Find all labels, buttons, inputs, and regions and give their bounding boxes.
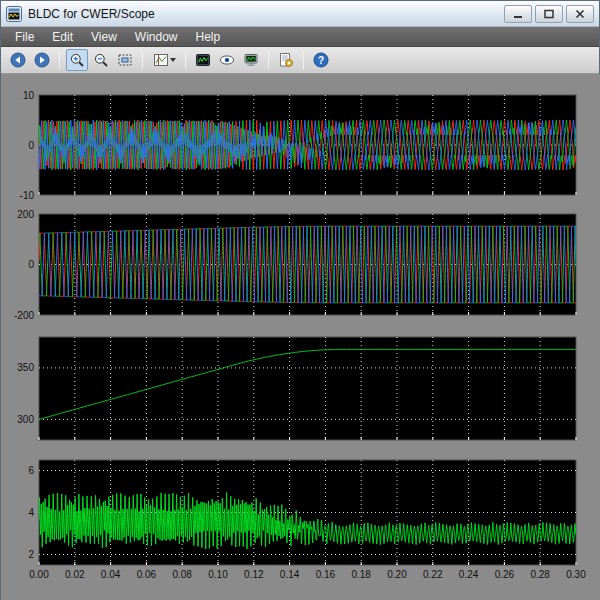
svg-text:?: ? (318, 55, 324, 66)
maximize-button[interactable] (535, 5, 563, 23)
menu-file[interactable]: File (6, 28, 43, 46)
monitor-icon (243, 52, 259, 68)
ytick-label: 6 (28, 465, 34, 476)
close-icon (575, 9, 585, 19)
floating-display-button[interactable] (240, 49, 262, 71)
toolbar-separator (142, 51, 143, 69)
toolbar-separator (268, 51, 269, 69)
scope-snapshot-icon (195, 52, 211, 68)
xtick-label: 0.30 (566, 569, 586, 580)
toolbar-separator (59, 51, 60, 69)
window-title: BLDC for CWER/Scope (28, 7, 155, 21)
zoom-out-icon (93, 52, 109, 68)
menu-edit[interactable]: Edit (43, 28, 82, 46)
menubar: File Edit View Window Help (1, 27, 599, 47)
menu-help[interactable]: Help (187, 28, 230, 46)
zoom-in-button[interactable] (66, 49, 88, 71)
xtick-label: 0.28 (530, 569, 550, 580)
fit-to-view-icon (117, 52, 133, 68)
xtick-label: 0.04 (101, 569, 121, 580)
xtick-label: 0.02 (65, 569, 85, 580)
help-button[interactable]: ? (310, 49, 332, 71)
close-button[interactable] (566, 5, 594, 23)
back-icon (10, 52, 26, 68)
plot-phase-voltages[interactable]: 2000-200 (14, 209, 576, 321)
window-controls (504, 5, 594, 23)
ytick-label: 10 (23, 90, 35, 101)
properties-button[interactable] (275, 49, 297, 71)
help-icon: ? (313, 52, 329, 68)
xtick-label: 0.16 (316, 569, 336, 580)
zoom-out-button[interactable] (90, 49, 112, 71)
properties-icon (278, 52, 294, 68)
xtick-label: 0.14 (280, 569, 300, 580)
ytick-label: 2 (28, 549, 34, 560)
maximize-icon (544, 9, 554, 19)
eye-icon (219, 52, 235, 68)
xtick-label: 0.26 (495, 569, 515, 580)
ytick-label: 350 (17, 362, 34, 373)
menu-window[interactable]: Window (126, 28, 187, 46)
dropdown-caret-icon (170, 58, 176, 62)
xtick-label: 0.12 (244, 569, 264, 580)
scope-snapshot-button[interactable] (192, 49, 214, 71)
minimize-icon (513, 9, 523, 19)
plot-rotor-speed[interactable]: 350300 (17, 337, 576, 440)
xtick-label: 0.20 (387, 569, 407, 580)
scope-figure-area: 100-102000-2003503006420.000.020.040.060… (1, 74, 600, 600)
toolbar-separator (303, 51, 304, 69)
ytick-label: 4 (28, 507, 34, 518)
xtick-label: 0.22 (423, 569, 443, 580)
xtick-label: 0.08 (172, 569, 192, 580)
ytick-label: 0 (28, 259, 34, 270)
ytick-label: 200 (17, 209, 34, 220)
menu-view[interactable]: View (82, 28, 126, 46)
zoom-in-icon (69, 52, 85, 68)
forward-icon (34, 52, 50, 68)
plot-phase-currents[interactable]: 100-10 (20, 90, 576, 201)
highlight-button[interactable] (216, 49, 238, 71)
measurements-button[interactable] (149, 49, 179, 71)
toolbar: ? (1, 47, 599, 74)
forward-button[interactable] (31, 49, 53, 71)
back-button[interactable] (7, 49, 29, 71)
scope-app-icon (6, 6, 22, 22)
measurements-icon (153, 52, 169, 68)
scope-window: BLDC for CWER/Scope File Edit View Windo… (0, 0, 600, 600)
titlebar[interactable]: BLDC for CWER/Scope (1, 1, 599, 27)
xtick-label: 0.06 (137, 569, 157, 580)
ytick-label: 0 (28, 140, 34, 151)
toolbar-separator (185, 51, 186, 69)
ytick-label: 300 (17, 414, 34, 425)
fit-to-view-button[interactable] (114, 49, 136, 71)
scope-plots[interactable]: 100-102000-2003503006420.000.020.040.060… (1, 74, 600, 600)
xtick-label: 0.00 (29, 569, 49, 580)
xtick-label: 0.24 (459, 569, 479, 580)
xtick-label: 0.10 (208, 569, 228, 580)
ytick-label: -200 (14, 310, 34, 321)
ytick-label: -10 (20, 190, 35, 201)
minimize-button[interactable] (504, 5, 532, 23)
xtick-label: 0.18 (351, 569, 371, 580)
plot-torque[interactable]: 6420.000.020.040.060.080.100.120.140.160… (28, 460, 586, 580)
